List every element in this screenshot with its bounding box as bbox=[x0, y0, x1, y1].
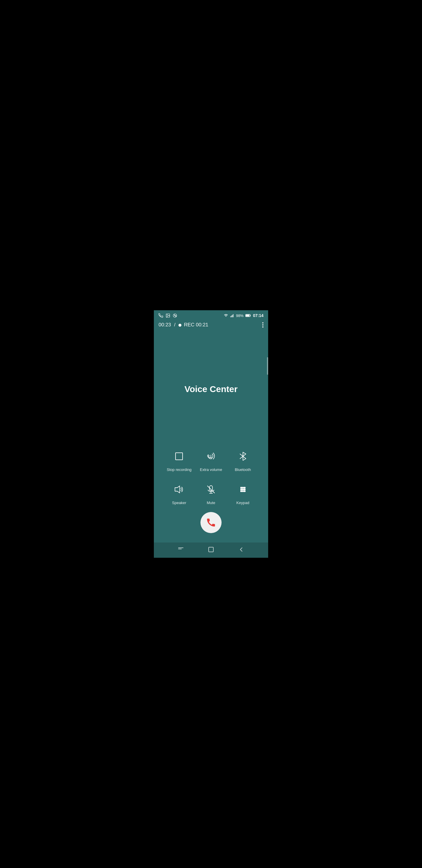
recent-apps-button[interactable] bbox=[177, 546, 184, 554]
extra-volume-button[interactable]: Extra volume bbox=[197, 448, 225, 472]
call-duration: 00:23 bbox=[159, 322, 171, 328]
svg-rect-24 bbox=[209, 547, 213, 552]
mute-icon bbox=[204, 483, 218, 496]
svg-point-19 bbox=[242, 489, 243, 490]
contact-name: Voice Center bbox=[184, 384, 237, 394]
extra-volume-label: Extra volume bbox=[200, 467, 222, 472]
stop-recording-label: Stop recording bbox=[167, 467, 192, 472]
svg-point-22 bbox=[242, 491, 243, 492]
more-options-button[interactable] bbox=[262, 322, 263, 328]
svg-marker-10 bbox=[175, 486, 180, 493]
speaker-icon-wrap bbox=[171, 481, 187, 498]
signal-icon bbox=[230, 313, 234, 318]
dot3 bbox=[262, 327, 263, 328]
svg-point-23 bbox=[244, 491, 245, 492]
svg-point-15 bbox=[240, 487, 241, 488]
controls-grid: Stop recording Extra volume Bluetooth bbox=[154, 448, 268, 512]
call-info-bar: 00:23 / REC 00:21 bbox=[154, 320, 268, 330]
svg-rect-5 bbox=[232, 315, 233, 317]
home-icon bbox=[207, 546, 215, 553]
phone-alt-status-icon bbox=[173, 313, 177, 318]
svg-point-17 bbox=[244, 487, 245, 488]
svg-rect-4 bbox=[231, 315, 232, 317]
svg-point-20 bbox=[244, 489, 245, 490]
recent-apps-icon bbox=[177, 546, 184, 553]
svg-point-21 bbox=[240, 491, 241, 492]
end-call-button[interactable] bbox=[200, 512, 222, 533]
status-right-icons: 98% 07:14 bbox=[224, 313, 263, 318]
bluetooth-icon bbox=[237, 450, 249, 463]
svg-rect-3 bbox=[230, 316, 231, 317]
end-call-section bbox=[154, 512, 268, 542]
rec-dot-icon bbox=[178, 324, 182, 327]
svg-rect-9 bbox=[175, 453, 183, 460]
bluetooth-button[interactable]: Bluetooth bbox=[229, 448, 256, 472]
end-call-icon bbox=[206, 517, 216, 528]
svg-point-1 bbox=[167, 315, 168, 315]
stop-recording-button[interactable]: Stop recording bbox=[166, 448, 193, 472]
bluetooth-icon-wrap bbox=[235, 448, 251, 465]
dot2 bbox=[262, 324, 263, 326]
battery-icon bbox=[245, 314, 251, 317]
scroll-indicator bbox=[267, 357, 268, 375]
phone-status-icon bbox=[159, 313, 163, 318]
contact-section: Voice Center bbox=[154, 330, 268, 448]
speaker-label: Speaker bbox=[172, 501, 186, 505]
mute-button[interactable]: Mute bbox=[197, 481, 225, 505]
svg-point-16 bbox=[242, 487, 243, 488]
back-button[interactable] bbox=[238, 546, 245, 554]
stop-recording-icon-wrap bbox=[171, 448, 187, 465]
status-time: 07:14 bbox=[253, 313, 263, 318]
battery-percentage: 98% bbox=[236, 313, 244, 318]
status-left-icons bbox=[159, 313, 177, 318]
navigation-bar bbox=[154, 542, 268, 558]
wifi-icon bbox=[224, 313, 228, 318]
keypad-icon-wrap bbox=[235, 481, 251, 498]
extra-volume-icon bbox=[204, 450, 218, 463]
call-timer-display: 00:23 / REC 00:21 bbox=[159, 322, 208, 328]
stop-recording-icon bbox=[173, 450, 186, 463]
mute-label: Mute bbox=[207, 501, 216, 505]
rec-timer: REC 00:21 bbox=[184, 322, 208, 328]
svg-rect-8 bbox=[246, 315, 250, 317]
mute-icon-wrap bbox=[203, 481, 219, 498]
home-button[interactable] bbox=[207, 546, 215, 554]
status-bar: 98% 07:14 bbox=[154, 310, 268, 320]
speaker-button[interactable]: Speaker bbox=[166, 481, 193, 505]
keypad-icon bbox=[236, 483, 249, 496]
svg-point-18 bbox=[240, 489, 241, 490]
keypad-button[interactable]: Keypad bbox=[229, 481, 256, 505]
dot1 bbox=[262, 322, 263, 323]
back-icon bbox=[238, 546, 245, 553]
bluetooth-label: Bluetooth bbox=[235, 467, 251, 472]
image-status-icon bbox=[166, 313, 170, 318]
speaker-icon bbox=[173, 483, 186, 496]
keypad-label: Keypad bbox=[236, 501, 249, 505]
extra-volume-icon-wrap bbox=[203, 448, 219, 465]
svg-rect-6 bbox=[233, 314, 234, 317]
separator: / bbox=[174, 322, 175, 328]
